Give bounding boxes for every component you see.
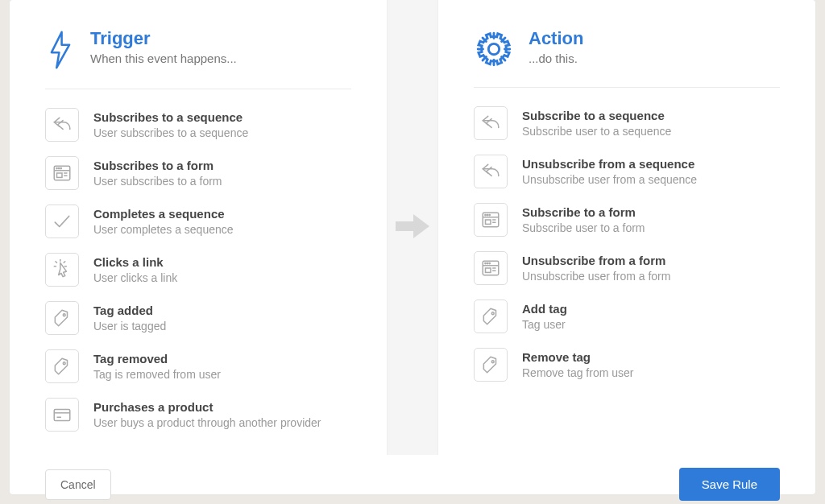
- svg-point-5: [60, 167, 61, 168]
- svg-point-9: [63, 314, 65, 316]
- svg-point-20: [489, 214, 490, 215]
- item-desc: Remove tag from user: [522, 366, 634, 379]
- item-desc: Tag user: [522, 318, 567, 331]
- item-title: Subscribe to a form: [522, 205, 645, 221]
- action-list: Subscribe to a sequenceSubscribe user to…: [474, 99, 780, 389]
- reply-icon: [474, 106, 508, 140]
- svg-point-28: [489, 262, 490, 263]
- item-title: Subscribes to a sequence: [93, 110, 248, 126]
- save-rule-button[interactable]: Save Rule: [679, 468, 780, 501]
- form-icon: [474, 203, 508, 237]
- trigger-item[interactable]: Purchases a productUser buys a product t…: [45, 390, 351, 439]
- action-item[interactable]: Subscribe to a formSubscribe user to a f…: [474, 196, 780, 244]
- item-title: Remove tag: [522, 350, 634, 366]
- svg-point-33: [491, 361, 494, 363]
- svg-point-26: [485, 262, 486, 263]
- action-item[interactable]: Remove tagRemove tag from user: [474, 341, 780, 389]
- click-icon: [45, 253, 79, 287]
- panels-row: Trigger When this event happens... Subsc…: [10, 0, 815, 455]
- trigger-item[interactable]: Subscribes to a formUser subscribes to a…: [45, 149, 351, 197]
- check-icon: [45, 204, 79, 238]
- form-icon: [474, 251, 508, 285]
- action-item[interactable]: Add tagTag user: [474, 292, 780, 341]
- cancel-button[interactable]: Cancel: [45, 469, 111, 500]
- trigger-subtitle: When this event happens...: [90, 52, 237, 65]
- item-desc: Unsubscribe user from a sequence: [522, 173, 697, 186]
- form-icon: [45, 156, 79, 190]
- svg-rect-11: [54, 410, 70, 421]
- trigger-title: Trigger: [90, 29, 237, 48]
- divider: [387, 0, 438, 455]
- item-title: Completes a sequence: [93, 207, 234, 222]
- svg-point-4: [58, 167, 59, 168]
- svg-rect-21: [486, 220, 491, 224]
- tag-icon: [474, 300, 508, 333]
- rule-builder-modal: Trigger When this event happens... Subsc…: [10, 0, 815, 494]
- item-desc: User completes a sequence: [93, 223, 234, 236]
- svg-point-18: [485, 214, 486, 215]
- action-item[interactable]: Unsubscribe from a formUnsubscribe user …: [474, 244, 780, 292]
- item-title: Clicks a link: [93, 255, 177, 271]
- gear-icon: [474, 29, 514, 72]
- trigger-header: Trigger When this event happens...: [45, 29, 351, 89]
- trigger-item[interactable]: Clicks a linkUser clicks a link: [45, 246, 351, 294]
- card-icon: [45, 398, 79, 432]
- footer: Cancel Save Rule: [10, 455, 815, 504]
- action-item[interactable]: Unsubscribe from a sequenceUnsubscribe u…: [474, 147, 780, 196]
- item-desc: User subscribes to a form: [93, 175, 222, 188]
- svg-rect-29: [486, 268, 491, 272]
- item-desc: Subscribe user to a sequence: [522, 125, 671, 138]
- trigger-item[interactable]: Tag addedUser is tagged: [45, 294, 351, 342]
- item-title: Subscribes to a form: [93, 159, 222, 174]
- bolt-icon: [45, 29, 76, 74]
- action-title: Action: [529, 29, 583, 48]
- item-title: Unsubscribe from a form: [522, 254, 670, 269]
- trigger-item[interactable]: Subscribes to a sequenceUser subscribes …: [45, 101, 351, 149]
- action-subtitle: ...do this.: [529, 52, 583, 65]
- action-header: Action ...do this.: [474, 29, 780, 88]
- item-desc: User subscribes to a sequence: [93, 126, 248, 139]
- item-desc: Unsubscribe user from a form: [522, 270, 670, 283]
- action-header-text: Action ...do this.: [529, 29, 583, 65]
- trigger-item[interactable]: Completes a sequenceUser completes a seq…: [45, 197, 351, 246]
- item-title: Tag added: [93, 304, 166, 319]
- action-panel: Action ...do this. Subscribe to a sequen…: [438, 0, 815, 455]
- trigger-header-text: Trigger When this event happens...: [90, 29, 237, 65]
- svg-rect-6: [57, 173, 63, 177]
- item-desc: Tag is removed from user: [93, 368, 221, 381]
- svg-marker-0: [52, 32, 69, 68]
- item-desc: User is tagged: [93, 320, 166, 333]
- trigger-item[interactable]: Tag removedTag is removed from user: [45, 342, 351, 390]
- item-title: Unsubscribe from a sequence: [522, 157, 697, 172]
- svg-point-27: [487, 262, 487, 263]
- svg-marker-14: [396, 214, 429, 238]
- reply-icon: [45, 108, 79, 142]
- trigger-list: Subscribes to a sequenceUser subscribes …: [45, 101, 351, 439]
- reply-icon: [474, 155, 508, 188]
- arrow-right-icon: [396, 214, 429, 242]
- trigger-panel: Trigger When this event happens... Subsc…: [10, 0, 387, 455]
- item-desc: Subscribe user to a form: [522, 221, 645, 234]
- svg-point-15: [488, 43, 499, 54]
- item-desc: User clicks a link: [93, 271, 177, 284]
- item-title: Purchases a product: [93, 400, 321, 415]
- svg-point-32: [491, 312, 494, 315]
- svg-point-19: [487, 214, 487, 215]
- item-title: Subscribe to a sequence: [522, 109, 671, 124]
- action-item[interactable]: Subscribe to a sequenceSubscribe user to…: [474, 99, 780, 147]
- tag-icon: [45, 301, 79, 335]
- item-title: Tag removed: [93, 352, 221, 367]
- tag-icon: [474, 348, 508, 382]
- item-desc: User buys a product through another prov…: [93, 416, 321, 429]
- svg-point-10: [63, 362, 65, 365]
- svg-point-3: [56, 167, 57, 168]
- item-title: Add tag: [522, 302, 567, 317]
- tag-icon: [45, 349, 79, 383]
